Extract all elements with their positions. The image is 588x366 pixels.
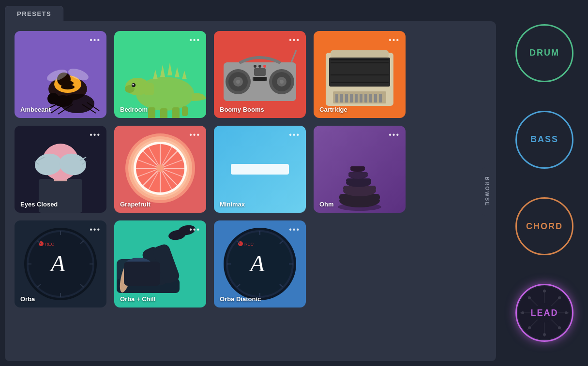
svg-point-39 [280,80,284,84]
svg-rect-60 [360,94,362,102]
preset-card-bedroom[interactable]: ••• Bedroom [114,31,206,118]
svg-rect-40 [254,68,266,76]
svg-rect-19 [148,107,155,118]
lead-label: LEAD [531,308,558,318]
bass-label: BASS [530,134,558,145]
preset-card-cartridge[interactable]: ••• Cartridge [314,31,406,118]
svg-rect-94 [346,178,371,183]
svg-rect-51 [331,62,389,63]
browse-tab[interactable]: BROWSE [482,167,493,216]
browse-label: BROWSE [484,176,490,206]
eyes-dots[interactable]: ••• [90,131,101,139]
svg-point-35 [236,80,240,84]
svg-rect-64 [379,94,382,102]
svg-point-145 [528,296,531,299]
svg-point-124 [238,241,243,246]
svg-rect-61 [364,94,367,102]
preset-card-grapefruit[interactable]: ••• Grapefruit [114,126,206,213]
ambeeant-dots[interactable]: ••• [90,36,101,44]
eyes-label: Eyes Closed [20,201,58,208]
svg-text:A: A [249,250,265,276]
svg-rect-58 [350,94,353,102]
svg-rect-62 [369,94,372,102]
svg-point-87 [156,164,164,172]
svg-rect-96 [348,172,368,176]
preset-card-ohm[interactable]: ••• Ohm [314,126,406,213]
preset-card-eyes[interactable]: ••• Eyes Closed [15,126,106,213]
bedroom-label: Bedroom [120,106,148,113]
orba-chill-label: Orba + Chill [120,295,155,303]
preset-card-orba-diatonic[interactable]: REC A ••• Orba Diatonic [214,220,306,307]
main-area: PRESETS [0,0,501,366]
svg-marker-26 [175,67,180,77]
bass-circle-button[interactable]: BASS [515,111,573,169]
presets-grid: ••• Ambeeant [15,31,486,307]
preset-card-orba-chill[interactable]: ••• Orba + Chill [114,220,206,307]
minimax-dots[interactable]: ••• [289,131,300,139]
cartridge-label: Cartridge [319,106,347,113]
bedroom-dots[interactable]: ••• [189,36,200,44]
right-sidebar: DRUM BASS CHORD [501,0,588,366]
chord-circle-button[interactable]: CHORD [515,197,573,255]
svg-marker-25 [167,62,172,75]
lead-circle-button[interactable]: LEAD [515,284,573,342]
tab-label: PRESETS [17,10,51,17]
orba-label: Orba [20,295,35,303]
svg-point-148 [528,326,531,329]
ohm-label: Ohm [319,201,334,208]
svg-rect-56 [340,94,343,102]
svg-rect-63 [374,94,377,102]
grapefruit-label: Grapefruit [120,201,151,208]
grid-panel: ••• Ambeeant [5,21,496,361]
svg-text:REC: REC [244,242,254,247]
svg-rect-53 [331,82,389,83]
minimax-bar [231,164,289,175]
svg-marker-24 [160,65,165,77]
svg-point-144 [565,311,568,314]
orba-diatonic-dots[interactable]: ••• [289,225,300,234]
svg-marker-27 [182,71,187,79]
svg-point-143 [521,311,524,314]
svg-point-9 [47,93,59,104]
svg-rect-20 [160,108,167,118]
preset-card-boomy[interactable]: ••• Boomy Booms [214,31,306,118]
svg-point-43 [254,65,256,68]
svg-rect-48 [331,50,389,58]
svg-marker-23 [153,70,158,79]
svg-rect-21 [172,107,180,118]
boomy-dots[interactable]: ••• [289,36,300,44]
tab-bar: PRESETS [0,0,501,21]
svg-rect-52 [331,74,389,75]
presets-tab[interactable]: PRESETS [5,6,63,21]
svg-line-46 [291,50,296,62]
svg-point-44 [258,65,261,68]
chord-label: CHORD [526,221,563,232]
svg-rect-18 [144,83,154,95]
orba-dots[interactable]: ••• [90,225,101,234]
orba-diatonic-label: Orba Diatonic [220,295,261,303]
svg-rect-42 [254,77,266,81]
lead-inner: LEAD [518,286,571,339]
svg-rect-59 [355,94,358,102]
ambeeant-label: Ambeeant [20,106,51,113]
ohm-dots[interactable]: ••• [389,131,400,139]
svg-point-142 [543,333,546,336]
svg-point-147 [558,296,561,299]
preset-card-minimax[interactable]: ••• Minimax [214,126,306,213]
grapefruit-dots[interactable]: ••• [189,131,200,139]
svg-point-141 [543,290,546,293]
orba-chill-dots[interactable]: ••• [189,225,200,234]
svg-rect-57 [345,94,348,102]
preset-card-orba[interactable]: REC A ••• Orba [15,220,106,307]
svg-point-146 [558,326,561,329]
svg-rect-55 [335,94,338,102]
boomy-label: Boomy Booms [220,106,264,113]
cartridge-dots[interactable]: ••• [389,36,400,44]
svg-point-101 [39,241,44,246]
svg-rect-50 [331,59,389,60]
svg-rect-121 [124,262,160,286]
drum-label: DRUM [529,48,559,58]
drum-circle-button[interactable]: DRUM [515,24,573,82]
svg-point-45 [263,65,266,68]
preset-card-ambeeant[interactable]: ••• Ambeeant [15,31,106,118]
